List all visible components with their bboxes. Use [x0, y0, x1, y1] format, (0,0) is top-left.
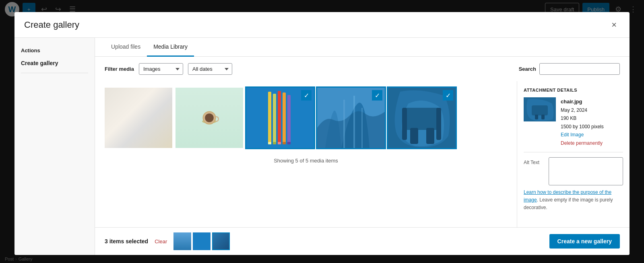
- attachment-date: May 2, 2024: [561, 106, 604, 114]
- create-new-gallery-button[interactable]: Create a new gallery: [549, 234, 620, 249]
- modal-close-button[interactable]: ×: [608, 19, 620, 31]
- search-label: Search: [519, 66, 536, 72]
- sidebar-item-create-gallery[interactable]: Create gallery: [21, 58, 88, 68]
- svg-rect-21: [402, 108, 407, 140]
- delete-permanently-link[interactable]: Delete permanently: [561, 139, 604, 147]
- filter-type-select[interactable]: Images Audio Video: [139, 63, 183, 75]
- media-item-pencils[interactable]: ✓: [246, 88, 314, 148]
- sidebar-divider: [21, 73, 88, 73]
- learn-text: Learn how to describe the purpose of the…: [524, 189, 623, 212]
- modal-footer: 3 items selected Clear Create a new gall…: [95, 227, 630, 255]
- create-gallery-modal: Create gallery × Actions Create gallery …: [14, 12, 630, 255]
- svg-rect-15: [353, 96, 355, 148]
- svg-rect-19: [410, 128, 418, 144]
- attachment-dimensions: 1500 by 1000 pixels: [561, 123, 604, 131]
- filter-bar: Filter media Images Audio Video All date…: [95, 57, 630, 81]
- svg-rect-25: [535, 115, 538, 119]
- edit-image-link[interactable]: Edit Image: [561, 131, 604, 139]
- clear-selection-link[interactable]: Clear: [155, 238, 167, 245]
- attachment-thumb-row: chair.jpg May 2, 2024 190 KB 1500 by 100…: [524, 97, 623, 147]
- svg-point-2: [205, 113, 214, 122]
- svg-rect-10: [278, 142, 281, 144]
- modal-main: Upload files Media Library Filter media …: [95, 38, 630, 255]
- svg-rect-6: [283, 92, 286, 144]
- modal-sidebar: Actions Create gallery: [14, 38, 95, 255]
- tab-upload-files[interactable]: Upload files: [105, 38, 147, 57]
- modal-title: Create gallery: [24, 20, 608, 30]
- svg-rect-22: [436, 108, 441, 140]
- svg-rect-3: [268, 92, 271, 144]
- svg-rect-7: [287, 95, 291, 144]
- selected-thumb-pencils: [193, 232, 211, 250]
- tabs-bar: Upload files Media Library: [95, 38, 630, 57]
- alt-text-row: Alt Text: [524, 157, 623, 185]
- svg-rect-26: [541, 115, 545, 119]
- media-item-chair[interactable]: ✓: [388, 88, 456, 148]
- selected-count: 3 items selected: [105, 238, 148, 245]
- media-item-coffee-cup[interactable]: [175, 88, 243, 148]
- modal-body: Actions Create gallery Upload files Medi…: [14, 38, 630, 255]
- selected-thumbnails: [173, 232, 230, 250]
- media-item-desk-book[interactable]: [105, 88, 172, 148]
- attachment-panel: ATTACHMENT DETAILS c: [517, 81, 630, 227]
- svg-rect-18: [404, 108, 440, 130]
- media-grid-area: ✓: [95, 81, 517, 227]
- media-count: Showing 5 of 5 media items: [95, 154, 517, 170]
- svg-rect-24: [532, 105, 548, 115]
- check-mark-buildings: ✓: [372, 90, 382, 101]
- attachment-thumbnail: [524, 97, 556, 121]
- svg-rect-11: [283, 142, 286, 144]
- attachment-filename: chair.jpg: [561, 97, 604, 106]
- svg-rect-5: [278, 91, 281, 144]
- svg-rect-14: [343, 100, 345, 148]
- filter-date-select[interactable]: All dates: [188, 63, 232, 75]
- content-area: ✓: [95, 81, 630, 227]
- check-mark-chair: ✓: [443, 90, 453, 101]
- attachment-info: chair.jpg May 2, 2024 190 KB 1500 by 100…: [561, 97, 604, 147]
- modal-header: Create gallery ×: [14, 12, 630, 38]
- media-grid: ✓: [95, 81, 517, 154]
- attachment-panel-title: ATTACHMENT DETAILS: [524, 88, 623, 92]
- svg-rect-9: [273, 142, 276, 144]
- attachment-size: 190 KB: [561, 114, 604, 122]
- alt-text-label: Alt Text: [524, 157, 544, 165]
- svg-rect-8: [268, 142, 271, 144]
- tab-media-library[interactable]: Media Library: [147, 38, 194, 57]
- sidebar-actions-title: Actions: [21, 47, 88, 53]
- media-item-buildings[interactable]: ✓: [317, 88, 385, 148]
- svg-rect-12: [287, 142, 291, 144]
- learn-description: . Leave empty if the image is purely dec…: [524, 197, 613, 210]
- attachment-divider: [524, 152, 623, 152]
- selected-thumb-chair: [212, 232, 230, 250]
- filter-media-label: Filter media: [105, 66, 134, 72]
- selected-thumb-buildings: [173, 232, 191, 250]
- alt-text-input[interactable]: [549, 157, 623, 185]
- search-input[interactable]: [539, 63, 620, 75]
- search-area: Search: [519, 63, 620, 75]
- svg-rect-4: [273, 94, 276, 144]
- svg-rect-20: [426, 128, 434, 144]
- check-mark-pencils: ✓: [301, 90, 312, 101]
- svg-rect-16: [361, 108, 363, 148]
